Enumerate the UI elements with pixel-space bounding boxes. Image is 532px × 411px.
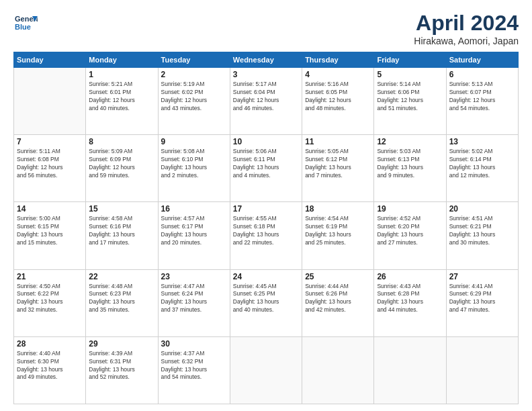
day-number: 9 <box>161 137 227 146</box>
day-number: 29 <box>89 339 154 349</box>
day-info: Sunrise: 4:40 AM Sunset: 6:30 PM Dayligh… <box>17 350 83 382</box>
day-info: Sunrise: 5:08 AM Sunset: 6:10 PM Dayligh… <box>161 148 227 180</box>
table-row: 16Sunrise: 4:57 AM Sunset: 6:17 PM Dayli… <box>158 202 230 269</box>
day-info: Sunrise: 5:16 AM Sunset: 6:05 PM Dayligh… <box>305 81 371 113</box>
day-info: Sunrise: 5:21 AM Sunset: 6:01 PM Dayligh… <box>89 81 154 113</box>
day-info: Sunrise: 4:55 AM Sunset: 6:18 PM Dayligh… <box>233 215 299 247</box>
day-info: Sunrise: 4:41 AM Sunset: 6:29 PM Dayligh… <box>449 283 515 315</box>
day-info: Sunrise: 5:09 AM Sunset: 6:09 PM Dayligh… <box>89 148 154 180</box>
page-title: April 2024 <box>414 11 519 36</box>
day-info: Sunrise: 5:06 AM Sunset: 6:11 PM Dayligh… <box>233 148 299 180</box>
table-row: 21Sunrise: 4:50 AM Sunset: 6:22 PM Dayli… <box>14 269 86 336</box>
day-number: 10 <box>233 137 299 146</box>
day-number: 2 <box>161 70 227 79</box>
calendar-week-5: 28Sunrise: 4:40 AM Sunset: 6:30 PM Dayli… <box>14 336 519 404</box>
day-number: 28 <box>17 339 83 349</box>
day-number: 8 <box>89 137 154 146</box>
table-row: 13Sunrise: 5:02 AM Sunset: 6:14 PM Dayli… <box>446 135 518 202</box>
calendar-header-row: Sunday Monday Tuesday Wednesday Thursday… <box>14 52 519 68</box>
table-row: 25Sunrise: 4:44 AM Sunset: 6:26 PM Dayli… <box>302 269 374 336</box>
day-number: 7 <box>17 137 83 146</box>
day-number: 16 <box>161 204 227 214</box>
table-row: 17Sunrise: 4:55 AM Sunset: 6:18 PM Dayli… <box>230 202 302 269</box>
table-row: 29Sunrise: 4:39 AM Sunset: 6:31 PM Dayli… <box>86 336 158 404</box>
day-info: Sunrise: 4:52 AM Sunset: 6:20 PM Dayligh… <box>377 215 443 247</box>
day-info: Sunrise: 4:58 AM Sunset: 6:16 PM Dayligh… <box>89 215 154 247</box>
page: General Blue April 2024 Hirakawa, Aomori… <box>0 0 532 411</box>
day-number: 6 <box>449 70 515 79</box>
title-block: April 2024 Hirakawa, Aomori, Japan <box>414 11 519 46</box>
day-number: 12 <box>377 137 443 146</box>
col-tuesday: Tuesday <box>158 52 230 68</box>
day-info: Sunrise: 4:48 AM Sunset: 6:23 PM Dayligh… <box>89 283 154 315</box>
table-row: 6Sunrise: 5:13 AM Sunset: 6:07 PM Daylig… <box>446 68 518 135</box>
day-info: Sunrise: 4:37 AM Sunset: 6:32 PM Dayligh… <box>161 350 227 382</box>
day-info: Sunrise: 4:57 AM Sunset: 6:17 PM Dayligh… <box>161 215 227 247</box>
day-number: 25 <box>305 272 371 281</box>
day-info: Sunrise: 5:02 AM Sunset: 6:14 PM Dayligh… <box>449 148 515 180</box>
col-sunday: Sunday <box>14 52 86 68</box>
table-row <box>374 336 446 404</box>
day-info: Sunrise: 5:13 AM Sunset: 6:07 PM Dayligh… <box>449 81 515 113</box>
svg-text:Blue: Blue <box>15 23 31 31</box>
day-number: 1 <box>89 70 154 79</box>
day-number: 11 <box>305 137 371 146</box>
day-info: Sunrise: 4:51 AM Sunset: 6:21 PM Dayligh… <box>449 215 515 247</box>
table-row: 7Sunrise: 5:11 AM Sunset: 6:08 PM Daylig… <box>14 135 86 202</box>
day-number: 14 <box>17 204 83 214</box>
table-row: 10Sunrise: 5:06 AM Sunset: 6:11 PM Dayli… <box>230 135 302 202</box>
table-row: 1Sunrise: 5:21 AM Sunset: 6:01 PM Daylig… <box>86 68 158 135</box>
table-row: 3Sunrise: 5:17 AM Sunset: 6:04 PM Daylig… <box>230 68 302 135</box>
table-row: 19Sunrise: 4:52 AM Sunset: 6:20 PM Dayli… <box>374 202 446 269</box>
day-number: 20 <box>449 204 515 214</box>
day-info: Sunrise: 4:43 AM Sunset: 6:28 PM Dayligh… <box>377 283 443 315</box>
header: General Blue April 2024 Hirakawa, Aomori… <box>13 11 519 46</box>
logo: General Blue <box>13 11 38 38</box>
table-row: 30Sunrise: 4:37 AM Sunset: 6:32 PM Dayli… <box>158 336 230 404</box>
table-row: 15Sunrise: 4:58 AM Sunset: 6:16 PM Dayli… <box>86 202 158 269</box>
col-monday: Monday <box>86 52 158 68</box>
day-number: 3 <box>233 70 299 79</box>
table-row: 12Sunrise: 5:03 AM Sunset: 6:13 PM Dayli… <box>374 135 446 202</box>
table-row: 24Sunrise: 4:45 AM Sunset: 6:25 PM Dayli… <box>230 269 302 336</box>
day-number: 24 <box>233 272 299 281</box>
day-info: Sunrise: 5:14 AM Sunset: 6:06 PM Dayligh… <box>377 81 443 113</box>
table-row: 22Sunrise: 4:48 AM Sunset: 6:23 PM Dayli… <box>86 269 158 336</box>
table-row <box>446 336 518 404</box>
calendar-week-4: 21Sunrise: 4:50 AM Sunset: 6:22 PM Dayli… <box>14 269 519 336</box>
day-number: 5 <box>377 70 443 79</box>
col-saturday: Saturday <box>446 52 518 68</box>
day-info: Sunrise: 4:50 AM Sunset: 6:22 PM Dayligh… <box>17 283 83 315</box>
table-row: 8Sunrise: 5:09 AM Sunset: 6:09 PM Daylig… <box>86 135 158 202</box>
day-number: 13 <box>449 137 515 146</box>
col-thursday: Thursday <box>302 52 374 68</box>
calendar-week-2: 7Sunrise: 5:11 AM Sunset: 6:08 PM Daylig… <box>14 135 519 202</box>
day-number: 27 <box>449 272 515 281</box>
col-friday: Friday <box>374 52 446 68</box>
table-row: 20Sunrise: 4:51 AM Sunset: 6:21 PM Dayli… <box>446 202 518 269</box>
table-row: 4Sunrise: 5:16 AM Sunset: 6:05 PM Daylig… <box>302 68 374 135</box>
day-number: 26 <box>377 272 443 281</box>
day-info: Sunrise: 4:44 AM Sunset: 6:26 PM Dayligh… <box>305 283 371 315</box>
table-row: 11Sunrise: 5:05 AM Sunset: 6:12 PM Dayli… <box>302 135 374 202</box>
col-wednesday: Wednesday <box>230 52 302 68</box>
day-number: 18 <box>305 204 371 214</box>
table-row: 28Sunrise: 4:40 AM Sunset: 6:30 PM Dayli… <box>14 336 86 404</box>
calendar-week-1: 1Sunrise: 5:21 AM Sunset: 6:01 PM Daylig… <box>14 68 519 135</box>
logo-icon: General Blue <box>13 11 38 38</box>
day-info: Sunrise: 5:05 AM Sunset: 6:12 PM Dayligh… <box>305 148 371 180</box>
day-number: 22 <box>89 272 154 281</box>
day-info: Sunrise: 5:19 AM Sunset: 6:02 PM Dayligh… <box>161 81 227 113</box>
day-number: 30 <box>161 339 227 349</box>
day-info: Sunrise: 4:45 AM Sunset: 6:25 PM Dayligh… <box>233 283 299 315</box>
day-number: 19 <box>377 204 443 214</box>
table-row: 2Sunrise: 5:19 AM Sunset: 6:02 PM Daylig… <box>158 68 230 135</box>
table-row: 27Sunrise: 4:41 AM Sunset: 6:29 PM Dayli… <box>446 269 518 336</box>
day-number: 23 <box>161 272 227 281</box>
calendar-table: Sunday Monday Tuesday Wednesday Thursday… <box>13 52 519 404</box>
calendar-week-3: 14Sunrise: 5:00 AM Sunset: 6:15 PM Dayli… <box>14 202 519 269</box>
day-number: 17 <box>233 204 299 214</box>
table-row: 14Sunrise: 5:00 AM Sunset: 6:15 PM Dayli… <box>14 202 86 269</box>
table-row <box>302 336 374 404</box>
day-number: 4 <box>305 70 371 79</box>
